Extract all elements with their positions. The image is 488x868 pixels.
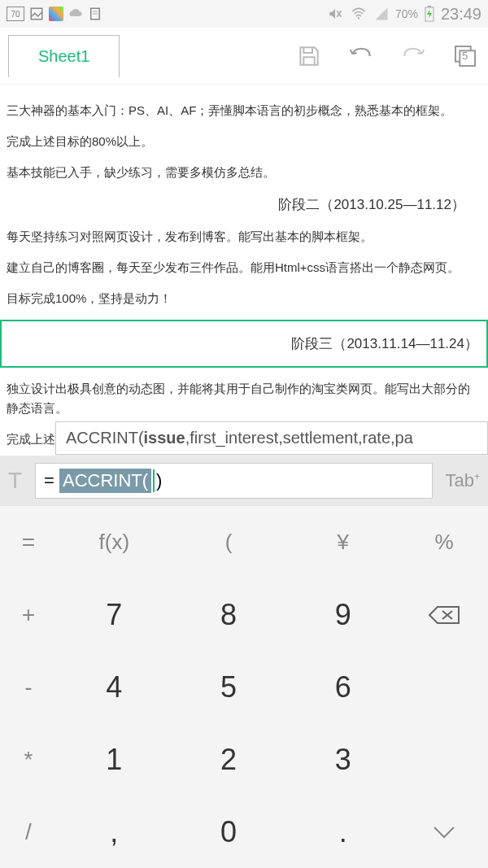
- wifi-icon: [350, 7, 368, 21]
- key-7[interactable]: 7: [57, 578, 172, 651]
- svg-marker-7: [375, 8, 387, 20]
- key-equals[interactable]: =: [0, 506, 57, 578]
- key-comma[interactable]: ,: [57, 796, 172, 868]
- key-plus[interactable]: +: [0, 578, 57, 651]
- mute-icon: [327, 7, 343, 21]
- active-cell[interactable]: 阶段三（2013.11.14—11.24）: [0, 320, 488, 368]
- key-percent[interactable]: %: [400, 506, 488, 578]
- key-1[interactable]: 1: [57, 723, 172, 796]
- key-empty-2: [400, 723, 488, 796]
- key-5[interactable]: 5: [172, 651, 286, 723]
- cell-text: 完成上述目标的80%以上。: [7, 132, 481, 151]
- formula-bar: T = ACCRINT( ) Tab+: [0, 456, 488, 506]
- battery-percent: 70%: [395, 7, 418, 20]
- document-icon: [88, 7, 102, 21]
- formula-after: ): [156, 470, 162, 491]
- spreadsheet-content[interactable]: 三大神器的基本入门：PS、AI、AF；弄懂脚本语言的初步概念，熟悉基本的框架。 …: [0, 85, 488, 465]
- toolbar: Sheet1 5: [0, 28, 488, 85]
- redo-icon[interactable]: [399, 41, 428, 71]
- chevron-down-icon: [431, 824, 457, 840]
- status-bar: 70 70% 23:49: [0, 0, 488, 28]
- phase-header-2: 阶段二（2013.10.25—11.12）: [7, 194, 481, 216]
- key-3[interactable]: 3: [285, 723, 400, 796]
- key-paren[interactable]: (: [172, 506, 286, 578]
- autocomplete-rest: ,first_interest,settlement,rate,pa: [185, 429, 413, 447]
- phase-header-3: 阶段三（2013.11.14—11.24）: [291, 336, 478, 351]
- svg-rect-9: [428, 6, 431, 7]
- battery-charging-icon: [425, 6, 434, 22]
- formula-selected-text: ACCRINT(: [59, 469, 151, 493]
- key-divide[interactable]: /: [0, 796, 57, 868]
- key-minus[interactable]: -: [0, 651, 57, 723]
- key-function[interactable]: f(x): [57, 506, 172, 578]
- key-empty-1: [400, 651, 488, 723]
- svg-point-6: [358, 17, 359, 19]
- app-icon-1: [49, 7, 63, 21]
- cloud-icon: [68, 7, 83, 21]
- key-dot[interactable]: .: [285, 796, 400, 868]
- autocomplete-current-arg: issue: [144, 429, 185, 447]
- svg-marker-10: [427, 10, 432, 19]
- equals-sign: =: [44, 470, 54, 491]
- cell-text: 目标完成100%，坚持是动力！: [7, 289, 481, 308]
- page-count: 5: [462, 50, 468, 62]
- cell-text: 每天坚持练习对照网页设计，发布到博客。能写出基本的脚本框架。: [7, 227, 481, 246]
- key-yen[interactable]: ¥: [285, 506, 400, 578]
- cell-text: 三大神器的基本入门：PS、AI、AF；弄懂脚本语言的初步概念，熟悉基本的框架。: [7, 101, 481, 120]
- tab-key-button[interactable]: Tab+: [446, 470, 481, 491]
- clock: 23:49: [441, 5, 481, 24]
- autocomplete-func: ACCRINT(: [66, 429, 144, 447]
- status-left: 70: [7, 7, 102, 21]
- key-collapse[interactable]: [400, 796, 488, 868]
- text-format-icon[interactable]: T: [8, 468, 22, 494]
- sheet-tab[interactable]: Sheet1: [8, 35, 120, 77]
- key-4[interactable]: 4: [57, 651, 172, 723]
- key-multiply[interactable]: *: [0, 723, 57, 796]
- status-right: 70% 23:49: [327, 5, 481, 24]
- formula-input[interactable]: = ACCRINT( ): [35, 463, 432, 499]
- key-backspace[interactable]: [400, 578, 488, 651]
- battery-small-icon: 70: [7, 7, 24, 21]
- image-icon: [29, 7, 44, 21]
- undo-icon[interactable]: [346, 41, 376, 71]
- cell-text: 建立自己的博客圈，每天至少发布三件作品。能用Html+css语言搭出一个静态网页…: [7, 258, 481, 277]
- signal-icon: [374, 7, 389, 21]
- key-0[interactable]: 0: [172, 796, 286, 868]
- cell-text: 基本技能已入手，缺少练习，需要多模仿多总结。: [7, 163, 481, 182]
- key-2[interactable]: 2: [172, 723, 286, 796]
- pages-icon[interactable]: 5: [451, 41, 480, 71]
- numeric-keyboard: = f(x) ( ¥ % + 7 8 9 - 4 5 6 * 1 2 3 / ,…: [0, 506, 488, 868]
- key-8[interactable]: 8: [172, 578, 286, 651]
- cell-text: 独立设计出极具创意的动态图，并能将其用于自己制作的淘宝类网页。能写出大部分的静态…: [7, 379, 481, 418]
- save-icon[interactable]: [294, 41, 324, 71]
- key-6[interactable]: 6: [285, 651, 400, 723]
- formula-autocomplete[interactable]: ACCRINT(issue,first_interest,settlement,…: [55, 421, 488, 455]
- text-cursor: [153, 469, 155, 492]
- key-9[interactable]: 9: [285, 578, 400, 651]
